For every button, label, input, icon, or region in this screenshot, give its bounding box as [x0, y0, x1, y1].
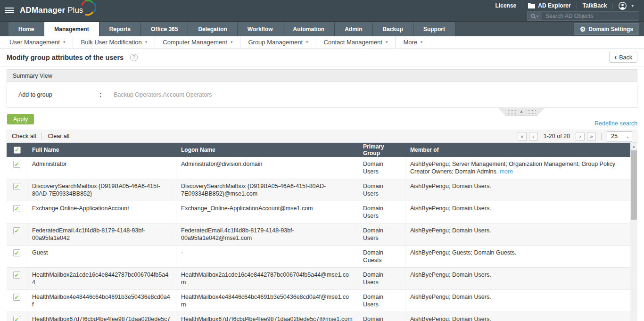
column-header-logon-name[interactable]: Logon Name	[176, 147, 358, 153]
collapse-panel-handle[interactable]: ▲	[498, 108, 545, 116]
nav-tab[interactable]: Reports	[99, 22, 141, 36]
main-nav: Home Management Reports Office 365 Deleg…	[0, 21, 644, 36]
topbar-left: ADManager Plus	[0, 0, 96, 21]
column-header-primary-group[interactable]: Primary Group	[358, 143, 405, 156]
row-checkbox-cell: ✓	[7, 157, 27, 179]
cell-logon-name: FederatedEmail.4c1f4d8b-8179-4148-93bf-0…	[176, 223, 358, 245]
row-checkbox[interactable]: ✓	[13, 183, 20, 190]
chevron-down-icon: ▾	[145, 36, 148, 48]
row-checkbox[interactable]: ✓	[13, 316, 20, 321]
cell-member-of: AishByePengu; Guests; Domain Guests. mor…	[405, 246, 630, 267]
table-scrollbar[interactable]: ▲ ▼	[630, 143, 637, 321]
users-table: ✓ Full Name Logon Name Primary Group Mem…	[7, 143, 637, 321]
cell-logon-name: Administrator@division.domain	[176, 157, 358, 179]
scrollbar-thumb[interactable]	[631, 150, 637, 220]
nav-tab[interactable]: Automation	[283, 22, 335, 36]
search-ad-objects-input[interactable]	[542, 12, 639, 20]
nav-tab[interactable]: Office 365	[141, 22, 188, 36]
divider	[601, 133, 602, 140]
talkback-link[interactable]: TalkBack	[577, 2, 613, 9]
select-arrow-icon: ⌄	[624, 132, 632, 141]
cell-full-name: Exchange Online-ApplicationAccount	[27, 201, 176, 223]
header-checkbox-cell: ✓	[7, 143, 27, 157]
admanager-plus-app: ADManager Plus License AD Explorer	[0, 0, 644, 321]
check-all-link[interactable]: Check all	[12, 133, 36, 140]
table-row[interactable]: ✓ Exchange Online-ApplicationAccount Exc…	[7, 201, 630, 223]
cell-primary-group: Domain Users	[358, 223, 405, 245]
table-row[interactable]: ✓ HealthMailbox2a1cde16c4e8442787bc00670…	[7, 268, 630, 290]
back-button[interactable]: ‹ Back	[609, 52, 637, 63]
toplinks: License AD Explorer TalkBack ▾	[490, 1, 639, 10]
table-row[interactable]: ✓ HealthMailbox4e48446c64bc4691b3e50436e…	[7, 290, 630, 312]
table-row[interactable]: ✓ Administrator Administrator@division.d…	[7, 157, 630, 179]
cell-member-of: AishByePengu; Domain Users. more	[405, 290, 630, 312]
nav-tab[interactable]: Backup	[373, 22, 413, 36]
domain-settings-button[interactable]: ⚙ Domain Settings	[574, 23, 639, 35]
subnav-item[interactable]: Bulk User Modification ▾	[73, 36, 155, 48]
table-toolbar: Check all Clear all « ‹ 1-20 of 20 › » 2…	[7, 130, 637, 143]
scroll-up-icon[interactable]: ▲	[630, 143, 637, 150]
row-checkbox[interactable]: ✓	[13, 161, 20, 168]
cell-member-of: AishByePengu; Domain Users. more	[405, 179, 630, 201]
row-checkbox[interactable]: ✓	[13, 249, 20, 256]
subnav-item[interactable]: Group Management ▾	[240, 36, 316, 48]
topbar-right: License AD Explorer TalkBack ▾ ▾	[490, 0, 644, 21]
chevron-down-icon: ▾	[231, 36, 233, 48]
nav-tab[interactable]: Admin	[335, 22, 372, 36]
redefine-search-link[interactable]: Redefine search	[594, 120, 637, 127]
help-icon[interactable]: ?	[130, 54, 138, 61]
app-logo[interactable]: ADManager Plus	[20, 5, 96, 16]
nav-tab[interactable]: Support	[413, 22, 455, 36]
ad-explorer-link[interactable]: AD Explorer	[522, 2, 576, 9]
summary-panel: Summary View Add to group : Backup Opera…	[7, 69, 637, 108]
table-row[interactable]: ✓ HealthMailbox67d7f6cbd4be4fee9871daa02…	[7, 312, 630, 321]
cell-logon-name: HealthMailbox2a1cde16c4e8442787bc006704f…	[176, 268, 358, 289]
nav-tab[interactable]: Workflow	[238, 22, 283, 36]
nav-tab[interactable]: Management	[44, 22, 99, 36]
subnav-item[interactable]: Contact Management ▾	[316, 36, 396, 48]
user-account-menu[interactable]: ▾	[613, 2, 639, 10]
select-all-checkbox[interactable]: ✓	[14, 147, 21, 154]
column-header-member-of[interactable]: Member of	[405, 147, 630, 153]
row-checkbox[interactable]: ✓	[13, 272, 20, 279]
apply-button[interactable]: Apply	[7, 114, 34, 124]
table-header: ✓ Full Name Logon Name Primary Group Mem…	[7, 143, 630, 157]
row-checkbox-cell: ✓	[7, 290, 27, 312]
topbar: ADManager Plus License AD Explorer	[0, 0, 644, 21]
hamburger-menu-icon[interactable]	[5, 6, 14, 15]
user-avatar-icon	[619, 2, 627, 10]
prev-page-button[interactable]: ‹	[529, 132, 538, 141]
row-checkbox[interactable]: ✓	[13, 205, 20, 212]
last-page-button[interactable]: »	[587, 132, 596, 141]
row-checkbox[interactable]: ✓	[13, 294, 20, 301]
search-scope-button[interactable]: ▾	[528, 12, 542, 20]
cell-full-name: HealthMailbox4e48446c64bc4691b3e50436e8c…	[27, 290, 176, 312]
page-size-select[interactable]: 25 ⌄	[607, 132, 632, 141]
clear-all-link[interactable]: Clear all	[48, 133, 69, 140]
table-row[interactable]: ✓ Guest - Domain Guests AishByePengu; Gu…	[7, 246, 630, 268]
nav-tabs: Home Management Reports Office 365 Deleg…	[8, 22, 455, 36]
subnav-item[interactable]: More ▾	[396, 36, 430, 48]
collapse-up-icon: ▲	[520, 110, 523, 114]
column-header-full-name[interactable]: Full Name	[27, 147, 176, 153]
colon: :	[99, 91, 101, 98]
table-row[interactable]: ✓ FederatedEmail.4c1f4d8b-8179-4148-93bf…	[7, 223, 630, 246]
search-box: ▾	[527, 11, 639, 21]
cell-primary-group: Domain Users	[358, 312, 405, 321]
license-link[interactable]: License	[490, 2, 522, 9]
cell-member-of: AishByePengu; Domain Users. more	[405, 268, 630, 289]
nav-tab[interactable]: Home	[8, 22, 44, 36]
cell-full-name: DiscoverySearchMailbox {D919BA05-46A6-41…	[27, 179, 176, 201]
first-page-button[interactable]: «	[518, 132, 527, 141]
nav-tab[interactable]: Delegation	[188, 22, 237, 36]
subnav-item[interactable]: User Management ▾	[2, 36, 73, 48]
table-row[interactable]: ✓ DiscoverySearchMailbox {D919BA05-46A6-…	[7, 179, 630, 201]
subnav-item[interactable]: Computer Management ▾	[155, 36, 240, 48]
cell-full-name: HealthMailbox67d7f6cbd4be4fee9871daa028e…	[27, 312, 176, 321]
row-checkbox[interactable]: ✓	[13, 227, 20, 234]
grip-dots-icon	[506, 110, 517, 114]
row-checkbox-cell: ✓	[7, 201, 27, 223]
cell-primary-group: Domain Users	[358, 179, 405, 201]
next-page-button[interactable]: ›	[576, 132, 585, 141]
more-link[interactable]: more	[500, 168, 513, 175]
